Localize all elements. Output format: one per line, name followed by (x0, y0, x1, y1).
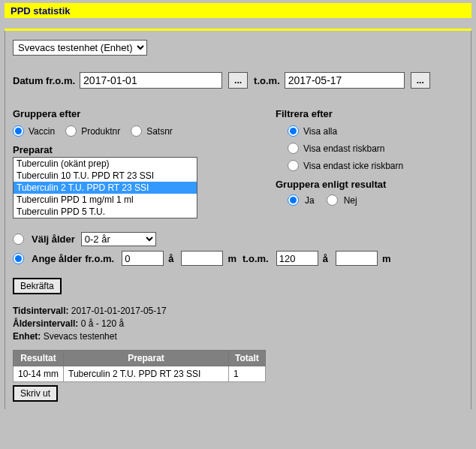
table-cell: Tuberculin 2 T.U. PPD RT 23 SSI (64, 366, 229, 382)
age-to-years-input[interactable] (276, 251, 318, 266)
print-button[interactable]: Skriv ut (13, 385, 58, 402)
age-choose-label: Välj ålder (32, 234, 75, 245)
group-by-produktnr-label: Produktnr (81, 126, 120, 137)
preparat-option[interactable]: Tuberculin 2 T.U. PPD RT 23 SSI (14, 182, 197, 194)
page-title: PPD statistik (11, 5, 70, 17)
age-to-months-input[interactable] (336, 251, 378, 266)
table-cell: 10-14 mm (14, 366, 64, 382)
group-result-heading: Gruppera enligt resultat (276, 179, 463, 190)
app-root: PPD statistik Svevacs testenhet (Enhet) … (0, 0, 476, 418)
group-by-vaccin-label: Vaccin (29, 126, 55, 137)
age-to-month-unit: m (382, 253, 391, 264)
summary-alder: Åldersintervall: 0 å - 120 å (13, 318, 463, 330)
filter-options: Visa alla Visa endast riskbarn Visa enda… (276, 125, 463, 171)
age-specify-row: Ange ålder fr.o.m. å m t.o.m. å m (13, 251, 463, 266)
results-header-resultat: Resultat (14, 351, 64, 366)
title-bar: PPD statistik (5, 3, 471, 18)
date-to-label: t.o.m. (254, 75, 280, 86)
filter-risk-label: Visa endast riskbarn (303, 143, 385, 154)
age-choose-radio[interactable] (13, 234, 24, 245)
options-columns: Gruppera efter Vaccin Produktnr Satsnr P… (13, 108, 463, 218)
age-to-year-unit: å (323, 253, 328, 264)
confirm-button[interactable]: Bekräfta (13, 278, 62, 294)
filter-norisk-label: Visa endast icke riskbarn (303, 161, 403, 171)
group-result-no-label: Nej (344, 195, 357, 206)
group-by-vaccin-radio[interactable] (13, 125, 24, 137)
results-body: 10-14 mmTuberculin 2 T.U. PPD RT 23 SSI1 (14, 366, 266, 382)
age-from-month-unit: m (227, 253, 236, 264)
date-to-input[interactable] (285, 72, 405, 89)
summary-alder-label: Åldersintervall: (13, 318, 78, 329)
preparat-option[interactable]: Tuberculin (okänt prep) (14, 158, 197, 170)
age-from-year-unit: å (168, 253, 173, 264)
form-panel: Svevacs testenhet (Enhet) Datum fr.o.m. … (5, 31, 471, 409)
group-column: Gruppera efter Vaccin Produktnr Satsnr P… (13, 108, 238, 218)
age-block: Välj ålder 0-2 år Ange ålder fr.o.m. å m… (13, 232, 463, 294)
unit-select[interactable]: Svevacs testenhet (Enhet) (13, 40, 147, 56)
group-by-satsnr-label: Satsnr (146, 126, 173, 137)
results-header-row: Resultat Preparat Totalt (14, 351, 266, 366)
age-from-label: fr.o.m. (85, 253, 114, 264)
age-specify-label: Ange ålder (32, 253, 82, 264)
filter-all: Visa alla (288, 125, 463, 137)
summary-enhet-value: Svevacs testenhet (44, 331, 117, 342)
filter-norisk-radio[interactable] (288, 160, 299, 171)
filter-risk: Visa endast riskbarn (288, 143, 463, 154)
summary-tids-value: 2017-01-01-2017-05-17 (71, 306, 167, 316)
age-choose-row: Välj ålder 0-2 år (13, 232, 463, 246)
table-row: 10-14 mmTuberculin 2 T.U. PPD RT 23 SSI1 (14, 366, 266, 382)
age-from-months-input[interactable] (181, 251, 223, 266)
group-by-satsnr-radio[interactable] (131, 125, 142, 137)
results-table: Resultat Preparat Totalt 10-14 mmTubercu… (13, 350, 266, 382)
filter-all-label: Visa alla (303, 126, 337, 137)
group-result-yes-radio[interactable] (288, 194, 299, 206)
preparat-option[interactable]: Tuberculin PPD 5 T.U. (14, 206, 197, 218)
filter-risk-radio[interactable] (288, 143, 299, 154)
results-header-totalt: Totalt (229, 351, 266, 366)
summary-enhet: Enhet: Svevacs testenhet (13, 330, 463, 343)
filter-column: Filtrera efter Visa alla Visa endast ris… (276, 108, 463, 218)
preparat-option[interactable]: Tuberculin 10 T.U. PPD RT 23 SSI (14, 170, 197, 182)
date-row: Datum fr.o.m. ... t.o.m. ... (13, 72, 463, 89)
results-header-preparat: Preparat (64, 351, 229, 366)
group-result-radios: Ja Nej (288, 194, 463, 206)
table-cell: 1 (229, 366, 266, 382)
preparat-heading: Preparat (13, 144, 238, 155)
group-by-heading: Gruppera efter (13, 108, 238, 119)
filter-all-radio[interactable] (288, 125, 299, 137)
preparat-listbox[interactable]: Tuberculin (okänt prep)Tuberculin 10 T.U… (13, 157, 197, 218)
summary-enhet-label: Enhet: (13, 331, 41, 342)
age-specify-radio[interactable] (13, 253, 24, 264)
summary-tids: Tidsintervall: 2017-01-01-2017-05-17 (13, 305, 463, 318)
group-result-yes-label: Ja (305, 195, 315, 206)
summary-alder-value: 0 å - 120 å (81, 318, 124, 329)
filter-heading: Filtrera efter (276, 108, 463, 119)
age-to-label: t.o.m. (243, 253, 269, 264)
group-by-produktnr-radio[interactable] (65, 125, 77, 137)
summary-block: Tidsintervall: 2017-01-01-2017-05-17 Åld… (13, 305, 463, 342)
date-from-label: Datum fr.o.m. (13, 75, 75, 86)
date-from-picker-button[interactable]: ... (228, 72, 248, 89)
summary-tids-label: Tidsintervall: (13, 306, 68, 316)
group-result-no-radio[interactable] (327, 194, 338, 206)
age-from-years-input[interactable] (122, 251, 164, 266)
preparat-option[interactable]: Tuberculin PPD 1 mg/ml 1 ml (14, 194, 197, 206)
age-range-select[interactable]: 0-2 år (81, 232, 156, 246)
filter-norisk: Visa endast icke riskbarn (288, 160, 463, 171)
unit-row: Svevacs testenhet (Enhet) (13, 40, 463, 56)
date-to-picker-button[interactable]: ... (411, 72, 430, 89)
date-from-input[interactable] (80, 72, 222, 89)
group-by-radios: Vaccin Produktnr Satsnr (13, 125, 238, 137)
